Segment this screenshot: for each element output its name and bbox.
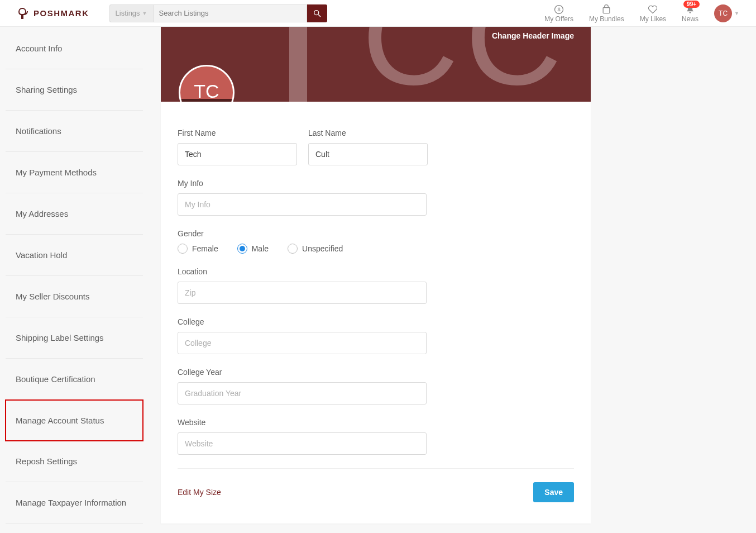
- brand-name: POSHMARK: [34, 8, 89, 18]
- profile-form: First Name Last Name My Info Gender Fema…: [161, 102, 591, 524]
- gender-radio-group: Female Male Unspecified: [178, 244, 427, 254]
- nav-news[interactable]: 99+ News: [682, 4, 698, 23]
- svg-point-0: [314, 10, 318, 15]
- svg-rect-4: [604, 7, 610, 13]
- chevron-down-icon: ▼: [734, 11, 739, 16]
- profile-avatar[interactable]: TC Edit: [179, 65, 235, 102]
- sidebar-item[interactable]: Vacation Hold: [6, 235, 143, 276]
- bundles-icon: [600, 4, 613, 15]
- sidebar-item[interactable]: Sharing Settings: [6, 69, 143, 111]
- divider: [178, 468, 574, 469]
- offers-icon: $: [553, 4, 565, 15]
- radio-label: Unspecified: [302, 244, 343, 253]
- college-year-label: College Year: [178, 368, 427, 377]
- my-info-label: My Info: [178, 179, 427, 188]
- chevron-down-icon: ▼: [142, 11, 147, 16]
- gender-radio-male[interactable]: Male: [237, 244, 269, 254]
- first-name-input[interactable]: [178, 143, 297, 165]
- search-icon: [313, 9, 322, 18]
- website-label: Website: [178, 418, 427, 427]
- search-button[interactable]: [307, 4, 327, 22]
- avatar: TC: [714, 4, 732, 22]
- sidebar-item[interactable]: Reposh Settings: [6, 441, 143, 482]
- search-wrap: Listings ▼: [109, 4, 327, 22]
- sidebar-item[interactable]: Manage Account Status: [5, 399, 143, 441]
- gender-label: Gender: [178, 229, 427, 238]
- heart-icon: [647, 4, 659, 15]
- college-input[interactable]: [178, 332, 427, 354]
- search-input[interactable]: [153, 4, 307, 22]
- sidebar-item[interactable]: My Addresses: [6, 193, 143, 235]
- search-category-dropdown[interactable]: Listings ▼: [109, 4, 153, 22]
- radio-label: Male: [252, 244, 269, 253]
- first-name-label: First Name: [178, 129, 297, 137]
- nav-label: My Bundles: [589, 15, 624, 23]
- last-name-input[interactable]: [308, 143, 428, 165]
- svg-text:$: $: [558, 7, 561, 12]
- website-input[interactable]: [178, 432, 427, 455]
- user-menu[interactable]: TC ▼: [714, 4, 739, 22]
- sidebar-item[interactable]: My Payment Methods: [6, 152, 143, 193]
- search-category-label: Listings: [116, 9, 140, 17]
- save-button[interactable]: Save: [533, 482, 574, 502]
- sidebar-item[interactable]: Account Info: [6, 28, 143, 69]
- radio-icon: [237, 244, 247, 254]
- news-badge: 99+: [683, 1, 700, 8]
- svg-line-1: [318, 15, 320, 17]
- change-header-image-link[interactable]: Change Header Image: [492, 31, 574, 40]
- edit-my-size-link[interactable]: Edit My Size: [178, 488, 221, 497]
- profile-card: C C Change Header Image TC Edit First Na…: [161, 27, 591, 524]
- nav-label: My Likes: [640, 15, 666, 23]
- poshmark-logo-icon: [17, 7, 30, 20]
- banner-decor: C: [362, 27, 458, 102]
- brand-logo[interactable]: POSHMARK: [17, 7, 89, 20]
- gender-radio-unspecified[interactable]: Unspecified: [288, 244, 343, 254]
- nav-my-offers[interactable]: $ My Offers: [544, 4, 573, 23]
- radio-icon: [178, 244, 188, 254]
- gender-radio-female[interactable]: Female: [178, 244, 218, 254]
- radio-label: Female: [192, 244, 218, 253]
- sidebar-item[interactable]: My Seller Discounts: [6, 276, 143, 317]
- settings-sidebar: Account InfoSharing SettingsNotification…: [6, 27, 143, 524]
- location-label: Location: [178, 267, 427, 276]
- nav-right: $ My Offers My Bundles My Likes 99+ News…: [544, 4, 739, 23]
- profile-header-banner: C C Change Header Image TC Edit: [161, 27, 591, 102]
- college-year-input[interactable]: [178, 382, 427, 404]
- sidebar-item[interactable]: Manage Taxpayer Information: [6, 482, 143, 524]
- top-bar: POSHMARK Listings ▼ $ My Offers My Bundl…: [0, 0, 756, 27]
- nav-my-bundles[interactable]: My Bundles: [589, 4, 624, 23]
- location-input[interactable]: [178, 282, 427, 304]
- sidebar-item[interactable]: Notifications: [6, 111, 143, 152]
- nav-label: My Offers: [544, 15, 573, 23]
- banner-decor: [289, 27, 307, 102]
- sidebar-item[interactable]: Boutique Certification: [6, 359, 143, 400]
- my-info-input[interactable]: [178, 193, 427, 216]
- last-name-label: Last Name: [308, 129, 428, 137]
- college-label: College: [178, 317, 427, 326]
- page-body: Account InfoSharing SettingsNotification…: [0, 27, 756, 533]
- nav-my-likes[interactable]: My Likes: [640, 4, 666, 23]
- nav-label: News: [682, 15, 698, 23]
- sidebar-item[interactable]: Shipping Label Settings: [6, 317, 143, 359]
- radio-icon: [288, 244, 298, 254]
